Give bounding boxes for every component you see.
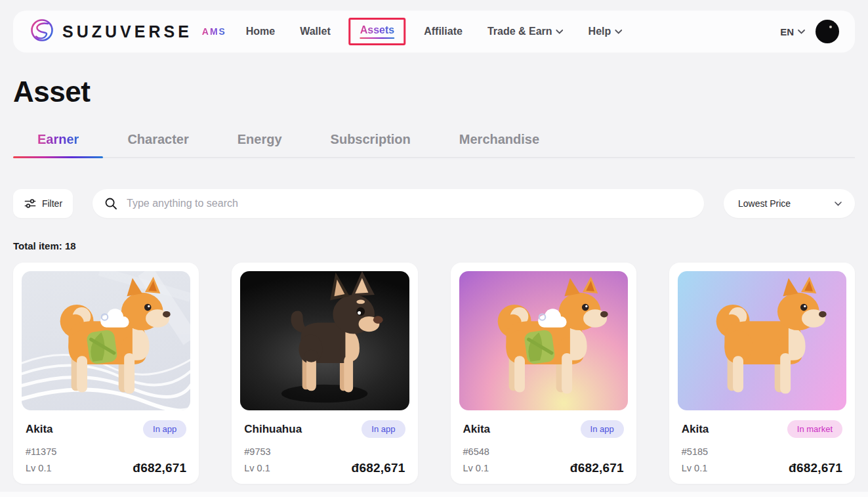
asset-name: Akita xyxy=(682,423,709,436)
avatar[interactable] xyxy=(816,20,839,43)
asset-card[interactable]: Akita In market #5185 Lv 0.1 đ682,671 xyxy=(669,263,855,484)
asset-name: Chihuahua xyxy=(244,423,302,436)
asset-price: đ682,671 xyxy=(133,461,186,475)
asset-card[interactable]: Chihuahua In app #9753 Lv 0.1 đ682,671 xyxy=(232,263,417,484)
asset-id: #6548 xyxy=(463,446,624,457)
chevron-down-icon xyxy=(615,30,622,34)
suzuverse-logo-icon xyxy=(30,18,54,45)
chevron-down-icon xyxy=(798,30,805,34)
akita-illustration xyxy=(678,271,846,410)
active-underline xyxy=(360,37,394,39)
brand-name: SUZUVERSE xyxy=(62,22,192,41)
nav-item-affiliate[interactable]: Affiliate xyxy=(424,26,463,37)
main-nav: Home Wallet Assets Affiliate Trade & Ear… xyxy=(246,11,623,53)
footer-strip xyxy=(0,492,868,497)
asset-image xyxy=(22,271,190,410)
status-badge: In market xyxy=(787,420,842,438)
asset-id: #11375 xyxy=(26,446,186,457)
main-content: Asset Earner Character Energy Subscripti… xyxy=(0,76,868,484)
tab-subscription[interactable]: Subscription xyxy=(306,132,435,157)
filter-button[interactable]: Filter xyxy=(13,189,73,218)
search-input[interactable] xyxy=(125,197,692,210)
asset-image xyxy=(459,271,628,410)
akita-illustration xyxy=(459,271,628,410)
nav-item-help[interactable]: Help xyxy=(589,26,623,37)
asset-name: Akita xyxy=(463,423,491,436)
tab-energy[interactable]: Energy xyxy=(213,132,306,157)
asset-image xyxy=(678,271,846,410)
asset-level: Lv 0.1 xyxy=(244,463,270,473)
asset-price: đ682,671 xyxy=(352,461,405,475)
brand[interactable]: SUZUVERSE AMS xyxy=(30,18,226,45)
asset-level: Lv 0.1 xyxy=(26,463,52,473)
page-title: Asset xyxy=(13,76,855,108)
status-badge: In app xyxy=(581,420,624,438)
chihuahua-illustration xyxy=(240,271,409,410)
nav-item-wallet[interactable]: Wallet xyxy=(300,26,331,37)
status-badge: In app xyxy=(143,420,186,438)
tab-character[interactable]: Character xyxy=(103,132,213,157)
asset-price: đ682,671 xyxy=(570,461,624,475)
akita-illustration xyxy=(22,271,190,410)
nav-item-trade-earn[interactable]: Trade & Earn xyxy=(487,26,564,37)
asset-page: SUZUVERSE AMS Home Wallet Assets Affilia… xyxy=(0,0,868,497)
chevron-down-icon xyxy=(556,30,564,34)
asset-id: #9753 xyxy=(244,446,405,457)
top-navbar: SUZUVERSE AMS Home Wallet Assets Affilia… xyxy=(13,11,855,53)
asset-level: Lv 0.1 xyxy=(463,463,489,473)
asset-tabs: Earner Character Energy Subscription Mer… xyxy=(13,132,855,158)
asset-card[interactable]: Akita In app #6548 Lv 0.1 đ682,671 xyxy=(451,263,636,484)
brand-suffix: AMS xyxy=(202,26,226,37)
magnifier-icon xyxy=(104,197,117,210)
nav-item-home[interactable]: Home xyxy=(246,26,275,37)
asset-card[interactable]: Akita In app #11375 Lv 0.1 đ682,671 xyxy=(13,263,199,484)
asset-id: #5185 xyxy=(682,446,842,457)
chevron-down-icon xyxy=(835,202,842,206)
toolbar: Filter Lowest Price xyxy=(13,188,855,219)
sliders-icon xyxy=(24,197,37,210)
asset-grid: Akita In app #11375 Lv 0.1 đ682,671 xyxy=(13,263,855,484)
total-items-label: Total item: 18 xyxy=(13,240,855,251)
asset-name: Akita xyxy=(26,423,53,436)
asset-price: đ682,671 xyxy=(789,461,842,475)
tab-earner[interactable]: Earner xyxy=(13,132,103,157)
sort-dropdown[interactable]: Lowest Price xyxy=(724,189,855,218)
nav-item-assets[interactable]: Assets xyxy=(349,18,405,45)
search-bar xyxy=(93,189,704,218)
asset-image xyxy=(240,271,409,410)
asset-level: Lv 0.1 xyxy=(682,463,708,473)
navbar-right: EN xyxy=(780,20,839,43)
tab-merchandise[interactable]: Merchandise xyxy=(435,132,564,157)
language-selector[interactable]: EN xyxy=(780,26,805,37)
status-badge: In app xyxy=(362,420,405,438)
